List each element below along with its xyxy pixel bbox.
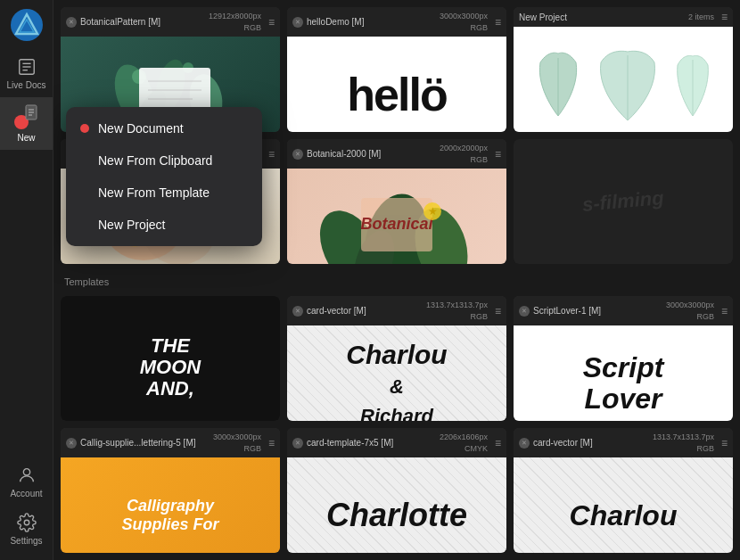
grid-item-header: ✕ card-vector [M] 1313.7x1313.7px RGB ≡ (287, 296, 506, 325)
item-name: helloDemo [M] (307, 17, 364, 27)
dropdown-label-new-project: New Project (98, 218, 165, 232)
item-meta: 2000x2000px RGB (440, 143, 488, 165)
item-name: Callig-supplie...lettering-5 [M] (80, 438, 196, 448)
item-thumbnail: Charlou&Richard (287, 325, 506, 421)
grid-item-header: ✕ card-vector [M] 1313.7x1313.7px RGB ≡ (514, 428, 733, 457)
grid-item-moon[interactable]: THEMOONAND, (61, 296, 280, 421)
grid-item-filming[interactable]: s-filming (514, 139, 733, 264)
item-thumbnail: hellö (287, 37, 506, 132)
item-meta: 2206x1606px CMYK (440, 432, 488, 454)
section-templates-header: Templates (61, 271, 733, 289)
item-thumbnail: Botanical ★ (287, 169, 506, 264)
menu-icon[interactable]: ≡ (268, 16, 275, 29)
grid-item-card-vector2[interactable]: ✕ card-vector [M] 1313.7x1313.7px RGB ≡ … (514, 428, 733, 553)
dropdown-label-new-from-template: New From Template (98, 185, 210, 200)
grid-item-hello-demo[interactable]: ✕ helloDemo [M] 3000x3000px RGB ≡ hellö (287, 7, 506, 132)
item-thumbnail: CalligraphySupplies For (61, 457, 280, 553)
item-name: New Project (519, 12, 567, 22)
dropdown-item-new-project[interactable]: New Project (66, 209, 262, 241)
close-button[interactable]: ✕ (292, 149, 303, 160)
sidebar-item-account[interactable]: Account (0, 458, 53, 506)
sidebar-account-label: Account (10, 489, 42, 498)
sidebar-item-new[interactable]: New (0, 97, 53, 150)
grid-item-header: ✕ helloDemo [M] 3000x3000px RGB ≡ (287, 7, 506, 37)
grid-item-script-lover[interactable]: ✕ ScriptLover-1 [M] 3000x3000px RGB ≡ Sc… (514, 296, 733, 421)
item-thumbnail: ScriptLover (514, 325, 733, 421)
main-content: ✕ BotanicalPattern [M] 12912x8000px RGB … (53, 0, 740, 560)
grid-item-header: ✕ BotanicalPattern [M] 12912x8000px RGB … (61, 7, 280, 37)
item-meta: 2 items (688, 12, 714, 23)
item-meta: 3000x3000px RGB (440, 11, 488, 33)
dropdown-item-new-from-template[interactable]: New From Template (66, 177, 262, 209)
close-button[interactable]: ✕ (519, 438, 530, 449)
item-meta: 3000x3000px RGB (666, 300, 714, 322)
close-button[interactable]: ✕ (519, 306, 530, 317)
dropdown-item-new-from-clipboard[interactable]: New From Clipboard (66, 144, 262, 177)
svg-text:Botanical: Botanical (360, 215, 433, 233)
new-dropdown-menu: New Document New From Clipboard New From… (66, 107, 262, 246)
sidebar-live-docs-label: Live Docs (7, 80, 46, 90)
dropdown-label-new-from-clipboard: New From Clipboard (98, 153, 212, 168)
sidebar-item-settings[interactable]: Settings (0, 506, 53, 553)
menu-icon[interactable]: ≡ (495, 16, 501, 29)
close-button[interactable]: ✕ (66, 438, 77, 449)
item-meta: 12912x8000px RGB (209, 11, 261, 33)
item-name: ScriptLover-1 [M] (533, 306, 601, 316)
new-icon-container (14, 104, 39, 129)
menu-icon[interactable]: ≡ (495, 437, 501, 449)
grid-item-botanical2000[interactable]: ✕ Botanical-2000 [M] 2000x2000px RGB ≡ (287, 139, 506, 264)
item-name: card-template-7x5 [M] (307, 438, 393, 448)
grid-item-header: ✕ card-template-7x5 [M] 2206x1606px CMYK… (287, 428, 506, 457)
grid-item-card-template[interactable]: ✕ card-template-7x5 [M] 2206x1606px CMYK… (287, 428, 506, 553)
dropdown-label-new-document: New Document (98, 121, 184, 136)
close-button[interactable]: ✕ (66, 17, 77, 28)
menu-icon[interactable]: ≡ (268, 148, 275, 161)
svg-point-12 (23, 469, 29, 475)
menu-icon[interactable]: ≡ (721, 437, 728, 449)
svg-point-13 (24, 520, 29, 525)
menu-icon[interactable]: ≡ (721, 11, 728, 23)
grid-item-header: ✕ Botanical-2000 [M] 2000x2000px RGB ≡ (287, 139, 506, 169)
new-page-icon (23, 104, 39, 122)
menu-icon[interactable]: ≡ (495, 148, 501, 161)
close-button[interactable]: ✕ (292, 438, 303, 449)
svg-text:★: ★ (428, 205, 438, 218)
item-name: Botanical-2000 [M] (307, 149, 381, 159)
close-button[interactable]: ✕ (292, 306, 303, 317)
close-button[interactable]: ✕ (292, 17, 303, 28)
item-thumbnail: THEMOONAND, (61, 296, 280, 421)
item-thumbnail: Charlou (514, 457, 733, 553)
item-meta: 1313.7x1313.7px RGB (426, 300, 488, 322)
menu-icon[interactable]: ≡ (721, 305, 728, 317)
item-name: card-vector [M] (533, 438, 593, 448)
dropdown-dot (80, 124, 89, 133)
grid-item-header: New Project 2 items ≡ (514, 7, 733, 27)
sidebar: Live Docs New Account (0, 0, 53, 560)
grid-item-header: ✕ Callig-supplie...lettering-5 [M] 3000x… (61, 428, 280, 457)
item-meta: 3000x3000px RGB (213, 432, 261, 454)
sidebar-item-live-docs[interactable]: Live Docs (0, 50, 53, 97)
sidebar-new-label: New (17, 133, 35, 143)
item-meta: 1313.7x1313.7px RGB (653, 432, 714, 454)
grid-container: ✕ BotanicalPattern [M] 12912x8000px RGB … (53, 0, 740, 560)
grid-item-new-project[interactable]: New Project 2 items ≡ (514, 7, 733, 132)
grid-item-card-vector[interactable]: ✕ card-vector [M] 1313.7x1313.7px RGB ≡ … (287, 296, 506, 421)
item-name: BotanicalPattern [M] (80, 17, 160, 27)
sidebar-bottom: Account Settings (0, 458, 53, 560)
item-name: card-vector [M] (307, 306, 366, 316)
app-logo[interactable] (9, 7, 45, 43)
dropdown-item-new-document[interactable]: New Document (66, 112, 262, 144)
menu-icon[interactable]: ≡ (495, 305, 501, 317)
item-thumbnail: Charlotte (287, 457, 506, 553)
item-thumbnail (514, 27, 733, 132)
menu-icon[interactable]: ≡ (268, 437, 275, 449)
grid-item-header: ✕ ScriptLover-1 [M] 3000x3000px RGB ≡ (514, 296, 733, 325)
grid-item-callig[interactable]: ✕ Callig-supplie...lettering-5 [M] 3000x… (61, 428, 280, 553)
sidebar-settings-label: Settings (10, 536, 42, 546)
